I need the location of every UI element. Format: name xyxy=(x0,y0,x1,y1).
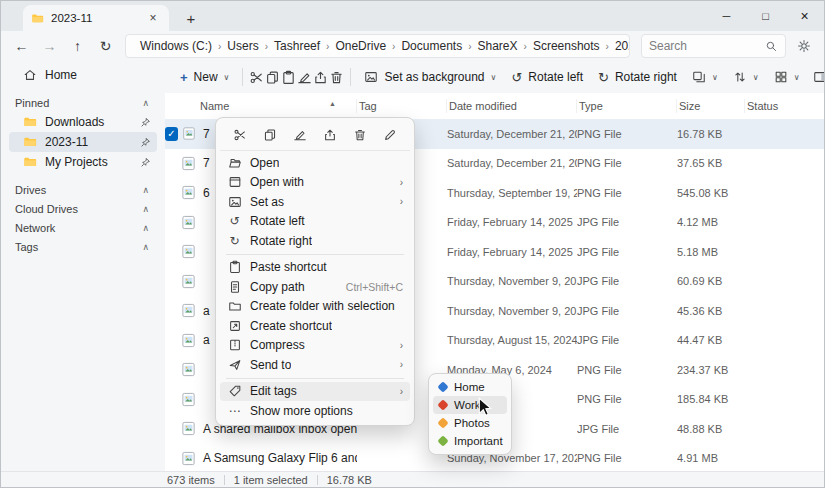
rotate-right-button[interactable]: ↻ Rotate right xyxy=(591,66,684,88)
file-size: 44.47 KB xyxy=(677,334,745,346)
set-as-background-button[interactable]: Set as background ∨ xyxy=(357,66,503,88)
menu-item-send-to[interactable]: Send to › xyxy=(220,355,410,375)
breadcrumb-item[interactable]: Users xyxy=(224,38,261,54)
minimize-button[interactable]: ─ xyxy=(707,1,746,31)
tag-item-home[interactable]: Home xyxy=(433,378,507,396)
file-date: Saturday, December 21, 2024 xyxy=(447,157,577,169)
column-header-size[interactable]: Size xyxy=(677,99,745,113)
context-menu: Open Open with › Set as › ↺ Rotate left … xyxy=(215,117,415,426)
column-header-tag[interactable]: Tag xyxy=(357,99,447,113)
chevron-up-icon[interactable]: ∧ xyxy=(142,185,149,195)
rename-button[interactable] xyxy=(297,65,312,90)
preview-pane-button[interactable] xyxy=(808,65,825,90)
share-button[interactable] xyxy=(313,65,328,90)
tab-close-icon[interactable]: × xyxy=(145,10,161,26)
search-box[interactable] xyxy=(641,34,786,58)
copy-icon xyxy=(263,128,277,142)
cut-button[interactable] xyxy=(249,65,264,90)
row-checkbox[interactable]: ✓ xyxy=(165,127,178,141)
sidebar-item-2023-11[interactable]: 2023-11 xyxy=(9,132,157,152)
breadcrumb-item[interactable]: Windows (C:) xyxy=(137,38,215,54)
menu-item-open-with[interactable]: Open with › xyxy=(220,173,410,193)
copy-button[interactable] xyxy=(265,65,280,90)
tag-label: Work xyxy=(454,399,481,411)
cut-button[interactable] xyxy=(228,124,252,146)
sidebar-item-my-projects[interactable]: My Projects xyxy=(9,152,157,172)
breadcrumb-item[interactable]: ShareX xyxy=(475,38,521,54)
breadcrumb-item[interactable]: 2023-11 xyxy=(612,38,630,54)
menu-item-set-as[interactable]: Set as › xyxy=(220,192,410,212)
tab-folder-icon xyxy=(31,12,44,25)
chevron-up-icon[interactable]: ∧ xyxy=(142,242,149,252)
menu-item-rotate-right[interactable]: ↻ Rotate right xyxy=(220,231,410,251)
sidebar-section-pinned[interactable]: Pinned ∧ xyxy=(11,93,155,112)
maximize-button[interactable]: □ xyxy=(746,1,785,31)
display-options-button[interactable]: ∨ xyxy=(685,66,725,88)
menu-item-create-shortcut[interactable]: Create shortcut xyxy=(220,316,410,336)
tag-work-icon xyxy=(437,399,448,410)
edit-button[interactable] xyxy=(378,124,402,146)
menu-item-open[interactable]: Open xyxy=(220,153,410,173)
file-type: PNG File xyxy=(577,452,677,464)
close-button[interactable]: × xyxy=(785,1,824,31)
image-file-icon xyxy=(181,303,196,318)
chevron-up-icon[interactable]: ∧ xyxy=(142,223,149,233)
sidebar-item-home[interactable]: Home xyxy=(9,65,157,85)
layout-button[interactable]: ∨ xyxy=(767,66,807,88)
sidebar-section-tags[interactable]: Tags ∧ xyxy=(11,237,155,256)
refresh-button[interactable]: ↻ xyxy=(93,34,118,58)
settings-button[interactable] xyxy=(792,34,816,58)
tag-item-photos[interactable]: Photos xyxy=(433,414,507,432)
menu-item-paste-shortcut[interactable]: Paste shortcut xyxy=(220,258,410,278)
sidebar-section-drives[interactable]: Drives ∧ xyxy=(11,180,155,199)
tag-label: Photos xyxy=(454,417,490,429)
menu-item-show-more-options[interactable]: ⋯ Show more options xyxy=(220,401,410,421)
new-tab-button[interactable]: + xyxy=(179,7,203,29)
sidebar-item-downloads[interactable]: Downloads xyxy=(9,112,157,132)
breadcrumb-chevron-icon: › xyxy=(265,41,268,52)
breadcrumb-item[interactable]: Tashreef xyxy=(271,38,323,54)
tab-2023-11[interactable]: 2023-11 × xyxy=(23,5,169,31)
paste-icon xyxy=(228,260,242,274)
rename-button[interactable] xyxy=(288,124,312,146)
forward-button[interactable]: → xyxy=(37,34,62,58)
up-button[interactable]: ↑ xyxy=(65,34,90,58)
submenu-arrow-icon: › xyxy=(400,359,403,370)
breadcrumb-chevron-icon: › xyxy=(606,41,609,52)
menu-item-edit-tags[interactable]: Edit tags › xyxy=(220,382,410,402)
search-input[interactable] xyxy=(649,39,759,53)
menu-item-rotate-left[interactable]: ↺ Rotate left xyxy=(220,212,410,232)
new-button[interactable]: + New ∨ xyxy=(173,66,236,89)
paste-button[interactable] xyxy=(281,65,296,90)
search-icon xyxy=(765,40,778,53)
column-header-name[interactable]: Name ▲ xyxy=(165,99,357,113)
menu-item-create-folder-with-selection[interactable]: Create folder with selection xyxy=(220,297,410,317)
column-header-status[interactable]: Status xyxy=(745,99,824,113)
breadcrumb-item[interactable]: Screenshots xyxy=(530,38,603,54)
rotate-left-button[interactable]: ↺ Rotate left xyxy=(504,66,590,88)
sidebar-section-network[interactable]: Network ∧ xyxy=(11,218,155,237)
delete-button[interactable] xyxy=(348,124,372,146)
sort-button[interactable]: ∨ xyxy=(726,66,766,88)
copy-button[interactable] xyxy=(258,124,282,146)
file-size: 4.91 MB xyxy=(677,452,745,464)
delete-button[interactable] xyxy=(329,65,344,90)
row-icon-cell xyxy=(165,444,199,474)
sidebar-section-cloud-drives[interactable]: Cloud Drives ∧ xyxy=(11,199,155,218)
tag-item-important[interactable]: Important xyxy=(433,432,507,450)
breadcrumb-chevron-icon: › xyxy=(326,41,329,52)
tag-item-work[interactable]: Work xyxy=(433,396,507,414)
chevron-up-icon[interactable]: ∧ xyxy=(142,98,149,108)
breadcrumb-item[interactable]: OneDrive xyxy=(332,38,389,54)
column-header-date-modified[interactable]: Date modified xyxy=(447,99,577,113)
back-button[interactable]: ← xyxy=(9,34,34,58)
column-label: Status xyxy=(747,100,778,112)
files-app-window: { "window": { "tab_title": "2023-11" }, … xyxy=(0,0,825,488)
menu-item-copy-path[interactable]: Copy path Ctrl+Shift+C xyxy=(220,277,410,297)
share-button[interactable] xyxy=(318,124,342,146)
menu-item-compress[interactable]: Compress › xyxy=(220,336,410,356)
column-header-type[interactable]: Type xyxy=(577,99,677,113)
chevron-up-icon[interactable]: ∧ xyxy=(142,204,149,214)
pin-icon xyxy=(140,157,151,168)
breadcrumb-item[interactable]: Documents xyxy=(398,38,465,54)
